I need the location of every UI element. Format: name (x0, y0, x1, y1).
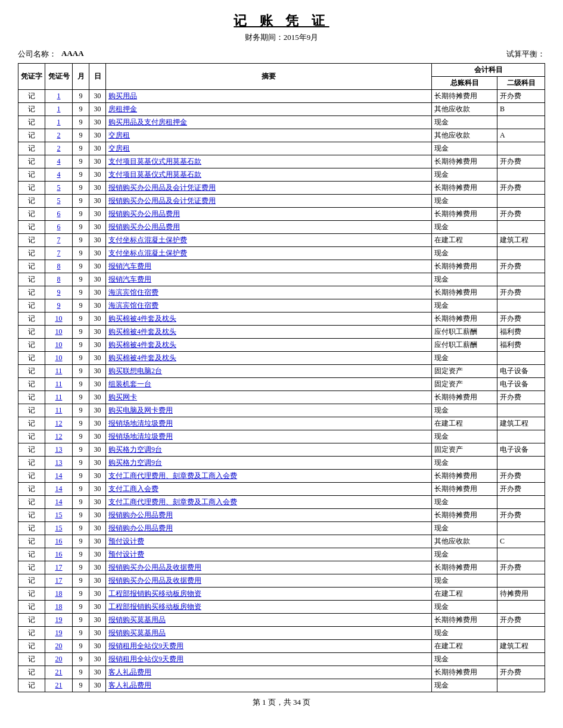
voucher-no-cell[interactable]: 10 (45, 313, 73, 326)
voucher-no-cell[interactable]: 9 (45, 286, 73, 299)
voucher-no-cell[interactable]: 11 (45, 391, 73, 404)
summary-cell[interactable]: 报销汽车费用 (106, 260, 432, 273)
voucher-no-cell[interactable]: 14 (45, 496, 73, 509)
voucher-type-cell: 记 (18, 391, 45, 404)
voucher-no-cell[interactable]: 7 (45, 247, 73, 260)
summary-cell[interactable]: 支付坐标点混凝土保护费 (106, 247, 432, 260)
voucher-no-cell[interactable]: 12 (45, 430, 73, 443)
summary-cell[interactable]: 客人礼品费用 (106, 679, 432, 692)
voucher-no-cell[interactable]: 21 (45, 679, 73, 692)
summary-cell[interactable]: 工程部报销购买移动板房物资 (106, 601, 432, 614)
voucher-no-cell[interactable]: 16 (45, 535, 73, 548)
voucher-no-cell[interactable]: 5 (45, 182, 73, 195)
voucher-no-cell[interactable]: 19 (45, 627, 73, 640)
table-row: 记15930报销购办公用品费用长期待摊费用开办费 (18, 509, 545, 522)
summary-cell[interactable]: 报销购买办公用品及会计凭证费用 (106, 195, 432, 208)
voucher-no-cell[interactable]: 17 (45, 574, 73, 588)
summary-cell[interactable]: 购买棉被4件套及枕头 (106, 313, 432, 326)
voucher-no-cell[interactable]: 10 (45, 326, 73, 339)
summary-cell[interactable]: 购买格力空调9台 (106, 457, 432, 470)
summary-cell[interactable]: 购买用品 (106, 90, 432, 103)
summary-cell[interactable]: 购买棉被4件套及枕头 (106, 326, 432, 339)
voucher-no-cell[interactable]: 14 (45, 483, 73, 496)
voucher-no-cell[interactable]: 18 (45, 588, 73, 601)
summary-cell[interactable]: 报销租用全站仪9天费用 (106, 640, 432, 653)
voucher-no-cell[interactable]: 4 (45, 168, 73, 182)
voucher-no-cell[interactable]: 13 (45, 457, 73, 470)
summary-cell[interactable]: 购买电脑及网卡费用 (106, 404, 432, 417)
summary-cell[interactable]: 交房租 (106, 142, 432, 155)
voucher-no-cell[interactable]: 6 (45, 208, 73, 221)
voucher-no-cell[interactable]: 4 (45, 155, 73, 168)
summary-cell[interactable]: 报销场地清垃圾费用 (106, 430, 432, 443)
summary-cell[interactable]: 报销购办公用品费用 (106, 522, 432, 535)
voucher-no-cell[interactable]: 10 (45, 339, 73, 352)
day-cell: 30 (89, 247, 106, 260)
voucher-no-cell[interactable]: 14 (45, 470, 73, 483)
voucher-no-cell[interactable]: 8 (45, 273, 73, 286)
summary-cell[interactable]: 报销购买办公用品及收据费用 (106, 574, 432, 588)
summary-cell[interactable]: 报销购买莫基用品 (106, 614, 432, 627)
summary-cell[interactable]: 报销购买办公用品及会计凭证费用 (106, 182, 432, 195)
summary-cell[interactable]: 报销汽车费用 (106, 273, 432, 286)
voucher-no-cell[interactable]: 11 (45, 378, 73, 391)
month-cell: 9 (73, 195, 89, 208)
voucher-no-cell[interactable]: 16 (45, 548, 73, 561)
voucher-no-cell[interactable]: 2 (45, 142, 73, 155)
summary-cell[interactable]: 支付项目莫基仪式用莫基石款 (106, 168, 432, 182)
voucher-no-cell[interactable]: 7 (45, 234, 73, 247)
voucher-no-cell[interactable]: 18 (45, 601, 73, 614)
summary-cell[interactable]: 支付工商代理费用、刻章费及工商入会费 (106, 470, 432, 483)
summary-cell[interactable]: 购买棉被4件套及枕头 (106, 352, 432, 365)
voucher-no-cell[interactable]: 6 (45, 221, 73, 234)
sub-account-cell (497, 627, 545, 640)
voucher-no-cell[interactable]: 12 (45, 417, 73, 430)
summary-cell[interactable]: 交房租 (106, 129, 432, 142)
voucher-no-cell[interactable]: 10 (45, 352, 73, 365)
summary-cell[interactable]: 工程部报销购买移动板房物资 (106, 588, 432, 601)
voucher-no-cell[interactable]: 21 (45, 666, 73, 679)
voucher-no-cell[interactable]: 1 (45, 103, 73, 116)
summary-cell[interactable]: 报销购买办公用品费用 (106, 221, 432, 234)
voucher-no-cell[interactable]: 13 (45, 443, 73, 457)
summary-cell[interactable]: 客人礼品费用 (106, 666, 432, 679)
voucher-no-cell[interactable]: 1 (45, 116, 73, 129)
summary-cell[interactable]: 预付设计费 (106, 535, 432, 548)
voucher-no-cell[interactable]: 1 (45, 90, 73, 103)
summary-cell[interactable]: 购买格力空调9台 (106, 443, 432, 457)
summary-cell[interactable]: 购买用品及支付房租押金 (106, 116, 432, 129)
summary-cell[interactable]: 支付工商入会费 (106, 483, 432, 496)
summary-cell[interactable]: 房租押金 (106, 103, 432, 116)
voucher-no-cell[interactable]: 20 (45, 640, 73, 653)
voucher-no-cell[interactable]: 20 (45, 653, 73, 666)
voucher-no-cell[interactable]: 11 (45, 404, 73, 417)
summary-cell[interactable]: 购买联想电脑2台 (106, 365, 432, 378)
summary-cell[interactable]: 预付设计费 (106, 548, 432, 561)
voucher-no-cell[interactable]: 15 (45, 522, 73, 535)
summary-cell[interactable]: 报销购买莫基用品 (106, 627, 432, 640)
voucher-no-cell[interactable]: 2 (45, 129, 73, 142)
summary-cell[interactable]: 报销购办公用品费用 (106, 509, 432, 522)
voucher-no-cell[interactable]: 5 (45, 195, 73, 208)
summary-cell[interactable]: 报销场地清垃圾费用 (106, 417, 432, 430)
voucher-no-cell[interactable]: 15 (45, 509, 73, 522)
summary-cell[interactable]: 报销购买办公用品费用 (106, 208, 432, 221)
voucher-no-cell[interactable]: 11 (45, 365, 73, 378)
voucher-no-cell[interactable]: 8 (45, 260, 73, 273)
summary-cell[interactable]: 购买棉被4件套及枕头 (106, 339, 432, 352)
voucher-no-cell[interactable]: 9 (45, 299, 73, 313)
voucher-no-cell[interactable]: 17 (45, 561, 73, 574)
summary-cell[interactable]: 购买网卡 (106, 391, 432, 404)
month-cell: 9 (73, 457, 89, 470)
summary-cell[interactable]: 支付工商代理费用、刻章费及工商入会费 (106, 496, 432, 509)
summary-cell[interactable]: 报销购买办公用品及收据费用 (106, 561, 432, 574)
summary-cell[interactable]: 支付坐标点混凝土保护费 (106, 234, 432, 247)
summary-cell[interactable]: 海滨宾馆住宿费 (106, 299, 432, 313)
summary-cell[interactable]: 支付项目莫基仪式用莫基石款 (106, 155, 432, 168)
summary-cell[interactable]: 海滨宾馆住宿费 (106, 286, 432, 299)
table-row: 记12930报销场地清垃圾费用在建工程建筑工程 (18, 417, 545, 430)
voucher-no-cell[interactable]: 19 (45, 614, 73, 627)
summary-cell[interactable]: 组装机套一台 (106, 378, 432, 391)
summary-cell[interactable]: 报销租用全站仪9天费用 (106, 653, 432, 666)
main-account-cell: 现金 (432, 679, 497, 692)
